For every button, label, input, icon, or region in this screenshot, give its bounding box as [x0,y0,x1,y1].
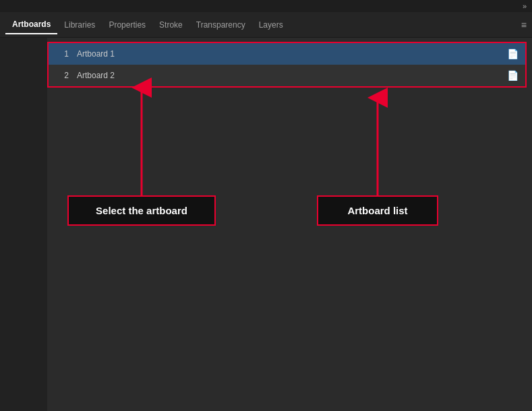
panel-menu-icon[interactable]: ≡ [521,20,527,30]
artboard-panel: 1 Artboard 1 📄 2 Artboard 2 📄 [47,42,527,88]
tab-bar: Artboards Libraries Properties Stroke Tr… [0,12,532,38]
artboard-name-2: Artboard 2 [77,71,507,80]
artboard-name-1: Artboard 1 [77,49,507,59]
artboard-copy-icon-1[interactable]: 📄 [507,49,519,59]
callout-artboard-list: Artboard list [317,195,438,226]
artboard-copy-icon-2[interactable]: 📄 [507,70,519,81]
artboard-row-2[interactable]: 2 Artboard 2 📄 [49,65,525,86]
expand-icon[interactable]: » [523,2,527,10]
artboard-number-2: 2 [55,71,69,80]
callout-list-label: Artboard list [347,205,407,216]
tab-libraries[interactable]: Libraries [57,16,102,34]
artboard-number-1: 1 [55,49,69,59]
callout-select-artboard: Select the artboard [67,195,216,226]
tab-transparency[interactable]: Transparency [189,16,252,34]
left-sidebar [0,38,47,411]
tab-stroke[interactable]: Stroke [152,16,189,34]
tab-properties[interactable]: Properties [102,16,152,34]
artboard-row-1[interactable]: 1 Artboard 1 📄 [49,43,525,65]
top-bar: » [0,0,532,12]
tab-layers[interactable]: Layers [252,16,290,34]
callout-select-label: Select the artboard [96,205,187,216]
tab-artboards[interactable]: Artboards [5,15,57,34]
